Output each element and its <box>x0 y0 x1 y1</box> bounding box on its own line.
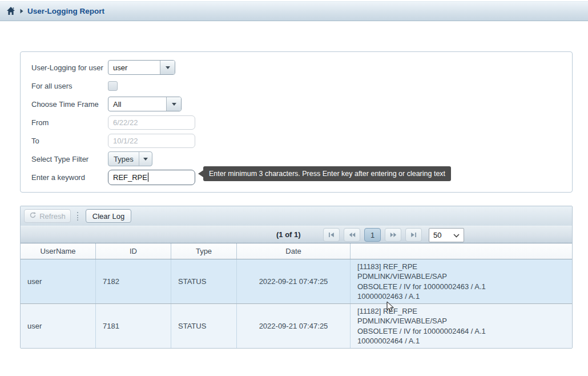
tooltip-arrow <box>198 170 203 177</box>
time-frame-combobox[interactable]: All <box>108 97 182 111</box>
cell-id: 7181 <box>96 304 171 348</box>
user-select-combobox[interactable]: user <box>108 60 175 75</box>
chevron-down-icon[interactable] <box>139 152 152 166</box>
previous-page-button[interactable] <box>344 228 360 242</box>
cell-username: user <box>21 304 96 348</box>
form-row-type-filter: Select Type Filter Types <box>31 151 572 166</box>
pagination-bar: (1 of 1) 1 50 <box>21 226 572 243</box>
refresh-button[interactable]: Refresh <box>24 209 71 223</box>
from-label: From <box>31 118 108 127</box>
form-row-all-users: For all users <box>31 78 572 93</box>
from-date-field[interactable] <box>108 115 195 130</box>
message-line: 10000002464 / A.1 <box>357 336 420 346</box>
message-line: OBSOLETE / IV for 10000002463 / A.1 <box>357 282 486 292</box>
to-label: To <box>31 137 108 145</box>
chevron-down-icon <box>453 231 460 239</box>
types-dropdown-button[interactable]: Types <box>108 151 152 166</box>
chevron-down-icon[interactable] <box>166 97 181 111</box>
message-line: OBSOLETE / IV for 10000002464 / A.1 <box>357 326 486 337</box>
keyword-input[interactable]: REF_RPE <box>108 170 195 185</box>
refresh-button-label: Refresh <box>39 212 66 221</box>
page-status: (1 of 1) <box>276 226 301 243</box>
header-id[interactable]: ID <box>96 243 171 259</box>
table-header-row: UserName ID Type Date <box>21 243 572 259</box>
clear-log-button[interactable]: Clear Log <box>86 209 131 223</box>
current-page-button[interactable]: 1 <box>364 228 381 242</box>
form-row-time-frame: Choose Time Frame All <box>31 97 572 111</box>
types-button-label: Types <box>108 152 139 166</box>
keyword-tooltip: Enter minimum 3 characters. Press Enter … <box>203 166 451 181</box>
refresh-icon <box>29 211 37 221</box>
user-select-value: user <box>108 61 160 74</box>
chevron-down-icon[interactable] <box>160 61 175 74</box>
form-row-user: User-Logging for user user <box>31 60 572 75</box>
cell-date: 2022-09-21 07:47:25 <box>237 304 351 348</box>
breadcrumb-bar: User-Logging Report <box>0 1 588 21</box>
keyword-value: REF_RPE <box>113 173 147 182</box>
chevron-right-icon <box>20 9 23 14</box>
cell-message: [11182] REF_RPE PDMLINK/VIEWABLE/SAP OBS… <box>351 304 572 348</box>
cell-username: user <box>21 259 96 303</box>
page-title: User-Logging Report <box>27 7 104 15</box>
type-filter-label: Select Type Filter <box>31 155 108 163</box>
all-users-checkbox[interactable] <box>108 81 118 91</box>
header-message[interactable] <box>351 243 572 259</box>
user-select-label: User-Logging for user <box>31 63 108 72</box>
time-frame-value: All <box>108 97 166 111</box>
message-line: [11183] REF_RPE <box>357 262 417 272</box>
cell-type: STATUS <box>171 259 237 303</box>
text-caret <box>148 173 148 182</box>
pager-buttons: 1 <box>323 228 422 242</box>
clear-log-button-label: Clear Log <box>92 212 124 221</box>
table-row[interactable]: user 7181 STATUS 2022-09-21 07:47:25 [11… <box>21 304 572 348</box>
cell-type: STATUS <box>171 304 237 348</box>
next-page-button[interactable] <box>385 228 401 242</box>
all-users-label: For all users <box>31 82 108 90</box>
table-toolbar: Refresh Clear Log <box>21 206 572 226</box>
message-line: PDMLINK/VIEWABLE/SAP <box>357 316 447 326</box>
log-table: UserName ID Type Date user 7182 STATUS 2… <box>21 243 572 348</box>
header-username[interactable]: UserName <box>21 243 96 259</box>
cell-date: 2022-09-21 07:47:25 <box>237 259 351 303</box>
page-size-select[interactable]: 50 <box>429 228 464 242</box>
cell-id: 7182 <box>96 259 171 303</box>
time-frame-label: Choose Time Frame <box>31 100 108 109</box>
page-size-value: 50 <box>433 231 441 239</box>
header-type[interactable]: Type <box>171 243 237 259</box>
mouse-cursor <box>386 301 395 315</box>
last-page-button[interactable] <box>405 228 422 242</box>
toolbar-separator <box>77 212 78 221</box>
home-icon[interactable] <box>6 7 15 16</box>
header-date[interactable]: Date <box>237 243 351 259</box>
first-page-button[interactable] <box>323 228 340 242</box>
form-row-from: From <box>31 115 572 130</box>
log-table-panel: Refresh Clear Log (1 of 1) 1 50 <box>20 206 573 349</box>
message-line: 10000002463 / A.1 <box>357 291 420 302</box>
cell-message: [11183] REF_RPE PDMLINK/VIEWABLE/SAP OBS… <box>351 259 572 303</box>
message-line: PDMLINK/VIEWABLE/SAP <box>357 271 447 282</box>
table-row[interactable]: user 7182 STATUS 2022-09-21 07:47:25 [11… <box>21 259 572 304</box>
form-row-to: To <box>31 133 572 148</box>
keyword-label: Enter a keyword <box>31 173 108 182</box>
to-date-field[interactable] <box>108 134 195 148</box>
